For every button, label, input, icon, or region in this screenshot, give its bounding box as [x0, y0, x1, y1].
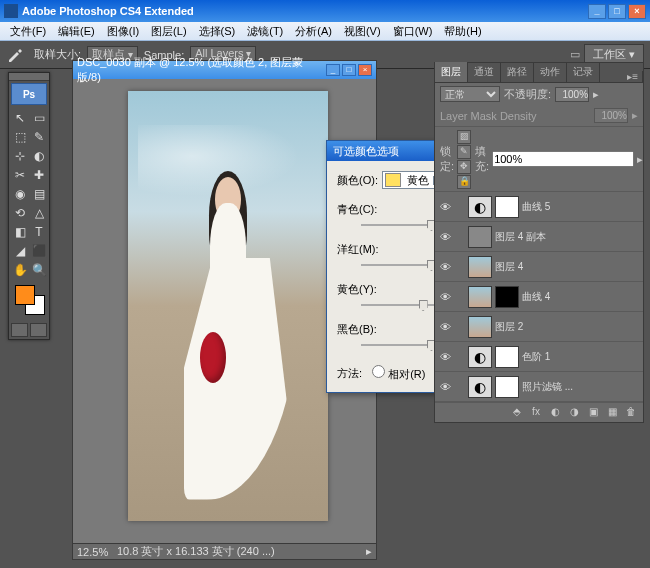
- layer-thumb[interactable]: [468, 226, 492, 248]
- lock-pixels-icon[interactable]: ✎: [457, 145, 471, 159]
- tool-button[interactable]: ◉: [11, 185, 29, 203]
- tool-button[interactable]: ⟲: [11, 204, 29, 222]
- menu-item[interactable]: 滤镜(T): [241, 24, 289, 39]
- layer-mask-thumb[interactable]: [495, 346, 519, 368]
- toolbox-handle[interactable]: [9, 73, 49, 81]
- menu-item[interactable]: 帮助(H): [438, 24, 487, 39]
- tool-button[interactable]: ✂: [11, 166, 29, 184]
- fx-icon[interactable]: fx: [528, 406, 544, 420]
- layer-name[interactable]: 图层 4 副本: [495, 230, 640, 244]
- doc-minimize-button[interactable]: _: [326, 64, 340, 76]
- close-button[interactable]: ×: [628, 4, 646, 19]
- doc-close-button[interactable]: ×: [358, 64, 372, 76]
- opacity-arrow-icon[interactable]: ▸: [593, 88, 599, 101]
- layer-name[interactable]: 曲线 4: [522, 290, 640, 304]
- maximize-button[interactable]: □: [608, 4, 626, 19]
- layer-row[interactable]: 👁◐照片滤镜 ...: [435, 372, 643, 402]
- layer-row[interactable]: 👁图层 4 副本: [435, 222, 643, 252]
- adjustment-icon[interactable]: ◑: [566, 406, 582, 420]
- visibility-icon[interactable]: 👁: [438, 261, 452, 273]
- canvas[interactable]: [128, 91, 328, 521]
- fg-color-swatch[interactable]: [15, 285, 35, 305]
- doc-maximize-button[interactable]: □: [342, 64, 356, 76]
- layer-name[interactable]: 曲线 5: [522, 200, 640, 214]
- panel-tab[interactable]: 图层: [435, 62, 468, 82]
- layer-row[interactable]: 👁图层 2: [435, 312, 643, 342]
- lock-all-icon[interactable]: 🔒: [457, 175, 471, 189]
- quickmask-mode-button[interactable]: [30, 323, 47, 337]
- slider-thumb[interactable]: [419, 300, 428, 311]
- opacity-field[interactable]: [555, 87, 589, 102]
- panel-tab[interactable]: 路径: [501, 62, 534, 82]
- menu-item[interactable]: 选择(S): [193, 24, 242, 39]
- layer-row[interactable]: 👁◐曲线 5: [435, 192, 643, 222]
- color-swatches[interactable]: [9, 281, 49, 321]
- folder-icon[interactable]: ▣: [585, 406, 601, 420]
- layer-name[interactable]: 照片滤镜 ...: [522, 380, 640, 394]
- blend-mode-select[interactable]: 正常: [440, 86, 500, 102]
- visibility-icon[interactable]: 👁: [438, 231, 452, 243]
- layer-mask-thumb[interactable]: [495, 286, 519, 308]
- tool-button[interactable]: ↖: [11, 109, 29, 127]
- mask-density-field[interactable]: [594, 108, 628, 123]
- tool-button[interactable]: △: [30, 204, 48, 222]
- trash-icon[interactable]: 🗑: [623, 406, 639, 420]
- link-layers-icon[interactable]: ⬘: [509, 406, 525, 420]
- layer-row[interactable]: 👁图层 4: [435, 252, 643, 282]
- visibility-icon[interactable]: 👁: [438, 291, 452, 303]
- menu-item[interactable]: 图层(L): [145, 24, 192, 39]
- layer-thumb[interactable]: [468, 286, 492, 308]
- new-layer-icon[interactable]: ▦: [604, 406, 620, 420]
- tool-button[interactable]: ✚: [30, 166, 48, 184]
- panel-tab[interactable]: 通道: [468, 62, 501, 82]
- visibility-icon[interactable]: 👁: [438, 351, 452, 363]
- menu-item[interactable]: 视图(V): [338, 24, 387, 39]
- layer-mask-thumb[interactable]: [495, 376, 519, 398]
- tool-button[interactable]: ⬚: [11, 128, 29, 146]
- panel-menu-icon[interactable]: ▸≡: [623, 71, 643, 82]
- lock-transparent-icon[interactable]: ▨: [457, 130, 471, 144]
- layer-mask-thumb[interactable]: [495, 196, 519, 218]
- layer-thumb[interactable]: ◐: [468, 196, 492, 218]
- tool-button[interactable]: ◧: [11, 223, 29, 241]
- layer-thumb[interactable]: [468, 316, 492, 338]
- layer-name[interactable]: 色阶 1: [522, 350, 640, 364]
- menu-item[interactable]: 文件(F): [4, 24, 52, 39]
- tool-button[interactable]: 🔍: [30, 261, 48, 279]
- menu-item[interactable]: 图像(I): [101, 24, 145, 39]
- view-icon[interactable]: ▭: [570, 48, 580, 61]
- layer-row[interactable]: 👁曲线 4: [435, 282, 643, 312]
- layer-thumb[interactable]: ◐: [468, 376, 492, 398]
- standard-mode-button[interactable]: [11, 323, 28, 337]
- tool-button[interactable]: ▭: [30, 109, 48, 127]
- layer-thumb[interactable]: ◐: [468, 346, 492, 368]
- tool-button[interactable]: ✎: [30, 128, 48, 146]
- doc-info-arrow[interactable]: ▸: [366, 545, 372, 558]
- visibility-icon[interactable]: 👁: [438, 201, 452, 213]
- minimize-button[interactable]: _: [588, 4, 606, 19]
- tool-button[interactable]: ◐: [30, 147, 48, 165]
- document-titlebar[interactable]: DSC_0030 副本 @ 12.5% (选取颜色 2, 图层蒙版/8) _ □…: [73, 61, 376, 79]
- tool-button[interactable]: T: [30, 223, 48, 241]
- tool-button[interactable]: ✋: [11, 261, 29, 279]
- fill-arrow-icon[interactable]: ▸: [637, 153, 643, 166]
- method-relative-radio[interactable]: 相对(R): [372, 365, 425, 382]
- menu-item[interactable]: 编辑(E): [52, 24, 101, 39]
- visibility-icon[interactable]: 👁: [438, 381, 452, 393]
- menu-item[interactable]: 分析(A): [289, 24, 338, 39]
- tool-button[interactable]: ⊹: [11, 147, 29, 165]
- fill-field[interactable]: [492, 151, 634, 167]
- menu-item[interactable]: 窗口(W): [387, 24, 439, 39]
- mask-density-arrow-icon[interactable]: ▸: [632, 109, 638, 122]
- panel-tab[interactable]: 动作: [534, 62, 567, 82]
- layer-name[interactable]: 图层 2: [495, 320, 640, 334]
- lock-position-icon[interactable]: ✥: [457, 160, 471, 174]
- zoom-field[interactable]: 12.5%: [77, 546, 117, 558]
- panel-tab[interactable]: 记录: [567, 62, 600, 82]
- visibility-icon[interactable]: 👁: [438, 321, 452, 333]
- layer-name[interactable]: 图层 4: [495, 260, 640, 274]
- tool-button[interactable]: ▤: [30, 185, 48, 203]
- layer-thumb[interactable]: [468, 256, 492, 278]
- tool-button[interactable]: ◢: [11, 242, 29, 260]
- tool-button[interactable]: ⬛: [30, 242, 48, 260]
